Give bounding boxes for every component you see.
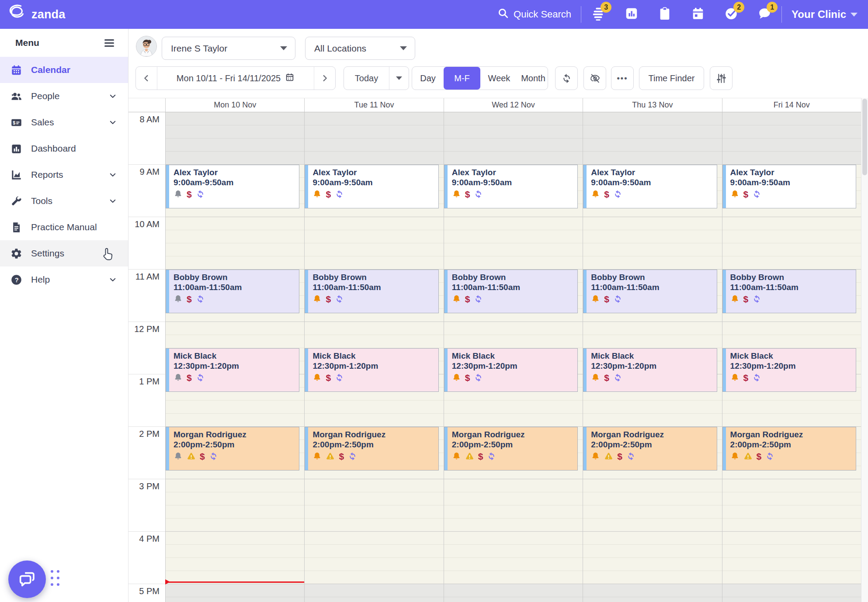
calendar-slot[interactable] — [722, 112, 861, 165]
hide-cancelled-icon-button[interactable] — [583, 66, 606, 90]
appointment[interactable]: Bobby Brown11:00am-11:50am$ — [722, 270, 856, 313]
appointment-client-name: Alex Taylor — [452, 167, 512, 177]
calendar-slot[interactable] — [305, 584, 443, 602]
appointment[interactable]: Mick Black12:30pm-1:20pm$ — [444, 348, 578, 392]
sidebar-item-people[interactable]: People — [0, 83, 128, 109]
sidebar-item-tools[interactable]: Tools — [0, 188, 128, 214]
dashboard-icon — [10, 142, 23, 155]
calendar-slot[interactable] — [583, 532, 722, 584]
calendar-slot[interactable] — [305, 112, 443, 165]
calendar-slot[interactable] — [166, 217, 304, 270]
sidebar-item-dashboard[interactable]: Dashboard — [0, 135, 128, 162]
menu-toggle-icon[interactable] — [103, 38, 116, 48]
clipboard-button[interactable] — [657, 7, 672, 22]
appointment-time: 11:00am-11:50am — [174, 282, 242, 292]
appointment[interactable]: Mick Black12:30pm-1:20pm$ — [166, 348, 299, 392]
calendar-slot[interactable] — [583, 479, 722, 532]
view-tab-week[interactable]: Week — [480, 67, 518, 90]
calendar-slot[interactable] — [305, 532, 443, 584]
calendar-slot[interactable] — [305, 479, 443, 532]
calendar-slot[interactable] — [444, 584, 583, 602]
payment-dollar-icon: $ — [187, 294, 192, 304]
calendar-slot[interactable] — [722, 479, 861, 532]
clinic-switcher[interactable]: Your Clinic — [792, 8, 858, 21]
calendar-slot[interactable] — [583, 217, 722, 270]
calendar-slot[interactable] — [722, 217, 861, 270]
more-options-button[interactable]: ••• — [611, 66, 634, 90]
quick-search-button[interactable]: Quick Search — [497, 7, 571, 21]
appointment[interactable]: Bobby Brown11:00am-11:50am$ — [305, 270, 438, 313]
sidebar-item-practice-manual[interactable]: Practice Manual — [0, 214, 128, 240]
appointment[interactable]: Alex Taylor9:00am-9:50am$ — [583, 165, 717, 208]
calendar-slot[interactable] — [444, 479, 583, 532]
sidebar-item-sales[interactable]: $Sales — [0, 109, 128, 135]
appointment[interactable]: Alex Taylor9:00am-9:50am$ — [444, 165, 578, 208]
calendar-button[interactable] — [691, 7, 705, 22]
practitioner-select[interactable]: Irene S Taylor — [162, 37, 295, 60]
appointment-stripe — [305, 270, 308, 313]
launcher-drag-handle[interactable] — [51, 570, 63, 590]
appointment[interactable]: Morgan Rodriguez2:00pm-2:50pm$ — [444, 427, 578, 471]
appointment[interactable]: Bobby Brown11:00am-11:50am$ — [583, 270, 717, 313]
appointment-client-name: Alex Taylor — [312, 167, 372, 177]
sales-icon: $ — [10, 116, 23, 128]
appointment[interactable]: Mick Black12:30pm-1:20pm$ — [305, 348, 438, 392]
chevron-down-icon — [109, 171, 117, 179]
appointment[interactable]: Mick Black12:30pm-1:20pm$ — [583, 348, 717, 392]
calendar-slot[interactable] — [166, 112, 304, 165]
next-week-button[interactable] — [314, 67, 335, 90]
tasks-button[interactable]: 2 — [724, 7, 739, 22]
view-tab-day[interactable]: Day — [412, 67, 444, 90]
zanda-logo[interactable]: zanda — [0, 3, 66, 25]
today-button[interactable]: Today — [344, 73, 389, 83]
vertical-scrollbar[interactable] — [861, 98, 868, 602]
view-tab-m-f[interactable]: M-F — [444, 67, 480, 90]
appointment[interactable]: Alex Taylor9:00am-9:50am$ — [166, 165, 299, 208]
location-select[interactable]: All Locations — [305, 37, 415, 60]
appointment-time: 11:00am-11:50am — [312, 282, 381, 292]
chart-button[interactable] — [624, 7, 639, 22]
chat-button[interactable]: 1 — [757, 7, 772, 22]
calendar-slot[interactable] — [305, 217, 443, 270]
sidebar-item-help[interactable]: ?Help — [0, 266, 128, 293]
scrollbar-thumb[interactable] — [862, 99, 867, 175]
sidebar-item-settings[interactable]: Settings — [0, 240, 128, 266]
waitlist-button[interactable]: 3 — [591, 7, 606, 22]
calendar-slot[interactable] — [722, 584, 861, 602]
refresh-button[interactable] — [555, 66, 578, 90]
appointment[interactable]: Morgan Rodriguez2:00pm-2:50pm$ — [722, 427, 856, 471]
sidebar-item-reports[interactable]: Reports — [0, 162, 128, 188]
calendar-slot[interactable] — [583, 584, 722, 602]
prev-week-button[interactable] — [136, 67, 157, 90]
appointment-icons: $ — [591, 190, 651, 199]
calendar-slot[interactable] — [583, 112, 722, 165]
appointment[interactable]: Morgan Rodriguez2:00pm-2:50pm$ — [305, 427, 438, 471]
time-finder-button[interactable]: Time Finder — [639, 66, 704, 90]
view-tab-month[interactable]: Month — [518, 67, 548, 90]
calendar-slot[interactable] — [444, 217, 583, 270]
calendar-slot[interactable] — [166, 532, 304, 584]
appointment[interactable]: Mick Black12:30pm-1:20pm$ — [722, 348, 856, 392]
calendar-slot[interactable] — [444, 112, 583, 165]
appointment[interactable]: Bobby Brown11:00am-11:50am$ — [444, 270, 578, 313]
appointment[interactable]: Alex Taylor9:00am-9:50am$ — [722, 165, 856, 208]
recurring-icon — [613, 373, 622, 382]
chat-launcher-button[interactable] — [8, 560, 46, 598]
appointment-body: Alex Taylor9:00am-9:50am$ — [448, 165, 514, 208]
calendar-slot[interactable] — [166, 584, 304, 602]
appointment[interactable]: Morgan Rodriguez2:00pm-2:50pm$ — [583, 427, 717, 471]
payment-dollar-icon: $ — [465, 190, 470, 199]
appointment[interactable]: Morgan Rodriguez2:00pm-2:50pm$ — [166, 427, 299, 471]
tools-icon — [10, 195, 23, 207]
reminder-bell-icon — [591, 294, 600, 304]
sidebar-item-calendar[interactable]: Calendar — [0, 57, 128, 83]
date-range-button[interactable]: Mon 10/11 - Fri 14/11/2025 — [157, 73, 314, 84]
calendar-settings-sliders-button[interactable] — [710, 66, 733, 90]
appointment-icons: $ — [174, 294, 242, 304]
calendar-slot[interactable] — [722, 532, 861, 584]
today-dropdown-button[interactable] — [389, 67, 409, 90]
appointment[interactable]: Alex Taylor9:00am-9:50am$ — [305, 165, 438, 208]
appointment[interactable]: Bobby Brown11:00am-11:50am$ — [166, 270, 299, 313]
calendar-slot[interactable] — [166, 479, 304, 532]
calendar-slot[interactable] — [444, 532, 583, 584]
